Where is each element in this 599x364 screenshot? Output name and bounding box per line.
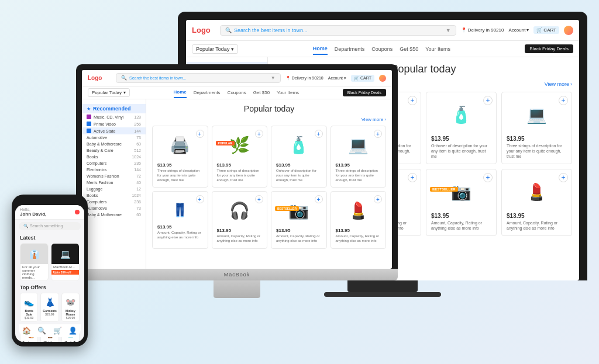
laptop-frame: Logo 🔍 Search the best items in town... … [76,64,398,269]
monitor-account[interactable]: Account ▾ [508,27,529,33]
laptop-products-grid-2: 👖 + $13.95 Amount, Capacity, Rating or a… [152,191,386,249]
laptop-black-friday[interactable]: Black Friday Deals [343,89,386,96]
phone-nav-cart-icon[interactable]: 🛒 [53,327,62,335]
laptop-nav-dropdown[interactable]: Popular Today ▾ [88,88,130,97]
phone-offer-1[interactable]: 👗 Garments $29.99 [40,293,58,322]
phone-offer-0[interactable]: 👟 Boots Sale $19.99 [20,293,38,322]
laptop-view-more[interactable]: View more › [152,117,386,122]
monitor-nav-dropdown[interactable]: Popular Today ▾ [192,44,238,54]
laptop-sidebar-item-computers2[interactable]: Computers 236 [82,199,146,205]
monitor-product-price-7: $13.95 [507,213,567,219]
monitor-search-bar[interactable]: 🔍 Search the best items in town... ▼ [220,25,456,36]
phone-screen: Hello, John David, 🔍 Search something La… [15,205,84,342]
phone-latest-img-1: 💻 [51,244,79,264]
laptop-tab-departments[interactable]: Departments [194,88,221,98]
laptop-product-price-6: $13.95 [276,228,322,233]
monitor-cart[interactable]: 🛒 CART [533,26,559,34]
laptop-cart[interactable]: 🛒 CART [351,75,374,82]
phone-offer-price-2: $15.99 [64,316,77,320]
phone-latest-card-0[interactable]: 👔 For all your summer clothing needs... [20,243,49,281]
laptop-products-grid: + $13.95 Three strings of description fo… [152,126,386,188]
phone-offer-img-2: 🐭 [64,295,77,309]
laptop-product-add-4[interactable]: + [196,195,204,203]
laptop-product-desc-3: Three strings of description for your an… [336,169,381,182]
laptop-screen: Logo 🔍 Search the best items in town... … [82,70,392,269]
monitor-product-price-6: $13.95 [431,213,491,219]
laptop-sidebar-item-active[interactable]: Active State 144 [82,127,146,134]
monitor-product-desc-2: Onhover of description for your any item… [431,143,491,159]
laptop-sidebar-item-music[interactable]: Music, CD, Vinyl 128 [82,113,146,120]
laptop-product-3: + $13.95 Three strings of description fo… [331,126,387,188]
monitor-header: Logo 🔍 Search the best items in town... … [186,20,579,41]
laptop-sidebar-item-baby2[interactable]: Baby & Mothercare 60 [82,212,146,218]
laptop-tab-home[interactable]: Home [174,87,187,98]
phone-latest-card-1[interactable]: 💻 MacBook At... Upto 20% off [51,243,80,281]
laptop-sidebar-item-computers[interactable]: Computers 236 [82,160,146,167]
laptop-sidebar-item-auto2[interactable]: Automotive 73 [82,205,146,212]
laptop-sidebar-item-women[interactable]: Women's Fashion 72 [82,173,146,179]
laptop-product-price-0: $13.95 [157,162,203,168]
phone-offer-name-5: Men's T-Shirt [64,341,77,342]
laptop-product-desc-1: Three strings of description for your an… [217,169,263,182]
phone-offer-name-0: Boots Sale [22,309,36,316]
monitor-tab-coupons[interactable]: Coupons [371,44,393,54]
laptop-product-add-3[interactable]: + [374,130,382,138]
laptop-product-add-6[interactable]: + [315,195,323,203]
monitor-tab-get50[interactable]: Get $50 [400,44,418,54]
laptop-sidebar-item-electronics[interactable]: Electronics 144 [82,167,146,173]
laptop-tab-coupons[interactable]: Coupons [228,88,246,98]
phone-frame: Hello, John David, 🔍 Search something La… [12,195,88,346]
monitor-product-add-1[interactable]: + [408,96,417,105]
laptop-delivery: 📍 Delivery in 90210 [285,76,323,81]
laptop-sidebar-item-auto[interactable]: Automotive 73 [82,134,146,141]
laptop-product-badge-1: Popular [216,141,235,145]
laptop-sidebar-item-beauty[interactable]: Beauty & Care 512 [82,147,146,154]
laptop-product-add-1[interactable]: + [255,130,263,138]
laptop-sidebar-item-men[interactable]: Men's Fashion 40 [82,179,146,186]
phone-latest-title: Latest [15,233,84,242]
monitor-product-2: + $13.95 Onhover of description for your… [426,92,497,164]
laptop-body: ★ Recommended Music, CD, Vinyl 128 Prime… [82,99,392,269]
laptop-sidebar-item-prime[interactable]: Prime Video 256 [82,120,146,127]
laptop-product-4: 👖 + $13.95 Amount, Capacity, Rating or a… [152,191,208,249]
laptop-recommended-label: Recommended [93,106,131,112]
phone-nav-profile-icon[interactable]: 👤 [68,327,77,335]
laptop-account[interactable]: Account ▾ [328,76,346,81]
laptop-sidebar: ★ Recommended Music, CD, Vinyl 128 Prime… [82,99,146,269]
monitor-product-add-2[interactable]: + [483,96,493,105]
laptop-product-desc-4: Amount, Capacity, Rating or anything els… [157,231,203,240]
phone-notch [38,199,61,203]
laptop-sidebar-item-baby[interactable]: Baby & Mothercare 60 [82,141,146,147]
phone-offer-2[interactable]: 🐭 Mickey Mouse $15.99 [61,293,80,322]
phone-nav-home-icon[interactable]: 🏠 [22,327,31,335]
laptop-nav-dropdown-chevron: ▾ [123,90,126,95]
phone-nav-search-icon[interactable]: 🔍 [37,327,46,335]
monitor-tab-youritems[interactable]: Your Items [425,44,450,54]
phone-search[interactable]: 🔍 Search something [19,222,81,230]
monitor-product-badge-6: Bestseller [430,187,458,192]
laptop-sidebar-item-books2[interactable]: Books 1024 [82,192,146,199]
laptop-product-price-1: $13.95 [217,162,263,168]
laptop-product-desc-5: Amount, Capacity, Rating or anything els… [217,234,263,244]
laptop-search-bar[interactable]: 🔍 Search the best items in town... ▼ [116,73,281,83]
monitor-tab-home[interactable]: Home [313,43,328,55]
laptop-tab-get50[interactable]: Get $50 [253,88,270,98]
phone-offer-name-3: Footwear [22,341,36,342]
phone-notification-icon[interactable] [75,210,80,214]
laptop-sidebar-item-luggage[interactable]: Luggage 12 [82,186,146,192]
monitor-product-add-3[interactable]: + [559,96,568,105]
phone-offer-name-4: Watches [43,341,56,342]
laptop-active-icon [87,129,91,133]
phone-latest-text-1: MacBook At... [51,264,79,270]
laptop-product-add-2[interactable]: + [315,130,323,138]
laptop-product-badge-6: Bestseller [275,206,299,211]
monitor-nav-left: Popular Today ▾ [192,44,238,54]
laptop-tab-youritems[interactable]: Your Items [277,88,299,98]
laptop-sidebar-recommended[interactable]: ★ Recommended [82,104,146,113]
monitor-tab-departments[interactable]: Departments [335,44,365,54]
laptop-sidebar-item-books[interactable]: Books 1024 [82,154,146,160]
monitor-black-friday[interactable]: Black Friday Deals [525,44,573,53]
laptop-product-1: + Popular $13.95 Three strings of descri… [212,126,268,188]
laptop-bottom-bar: MacBook [76,269,398,280]
laptop-product-add-0[interactable]: + [196,130,204,138]
